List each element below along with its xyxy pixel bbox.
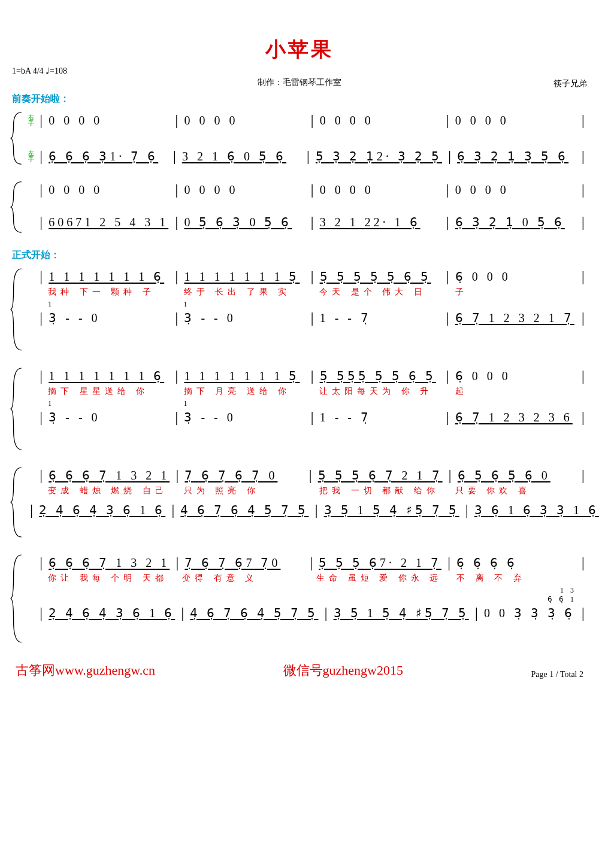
- composer: 筷子兄弟: [553, 78, 587, 89]
- left-hand-staff: | 2̣ 4̣ 6̣ 4̣ 3̣ 6̣ 1 6̣| 4̣ 6̣ 7̣ 6̣ 4̣…: [26, 604, 587, 622]
- lyric: 生命 虽短 爱 你永 远: [313, 573, 446, 584]
- bar: 4̣ 6̣ 7̣ 6̣ 4̣ 5̣ 7̣ 5̣: [177, 501, 312, 519]
- left-hand-staff: | 2̣ 4̣ 6̣ 4̣ 3̣ 6̣ 1 6̣| 4̣ 6̣ 7̣ 6̣ 4̣…: [26, 501, 587, 519]
- right-hand-staff: | 0 0 0 0| 0 0 0 0| 0 0 0 0| 0 0 0 0|: [26, 181, 587, 199]
- lyric: 我种 下一 颗种 子: [44, 287, 173, 298]
- bar: 6̣ 7̣ 1 2 3 2 3 6: [452, 408, 579, 426]
- bar: 3 2 1 22· 1 6̣: [316, 213, 444, 231]
- bar: 6̣ 6̣ 6̣ 3̣1· 7̣ 6̣: [45, 147, 171, 165]
- bar: 3̣ 6̣ 1 6̣ 3̣ 3̣ 1 6̣: [471, 501, 599, 519]
- bar: 7̣ 6̣ 7̣ 6̣ 7̣ 0: [181, 466, 306, 484]
- chord-note: 1: [180, 300, 309, 309]
- bar: 1 1 1 1 1 1 1 5̣: [180, 268, 308, 286]
- brace-icon: [10, 554, 23, 644]
- sheet-music-page: 小苹果 1=bA 4/4 ♩=108 制作：毛雷钢琴工作室 筷子兄弟 前奏开始啦…: [0, 0, 599, 691]
- bar: 1 - - 7̣: [316, 408, 444, 426]
- bar: 6̣ 7̣ 1 2 3 2 1 7̣: [452, 309, 579, 327]
- bar: 3̣ - - 0: [45, 309, 173, 327]
- bar: 6̣ 6̣ 6̣ 6̣: [453, 554, 579, 572]
- bar: 0 0 0 0: [180, 111, 308, 129]
- bar: 0 0 0 0: [45, 181, 173, 199]
- right-hand-label: 右手: [26, 114, 36, 126]
- lyric: 只要 你欢 喜: [452, 485, 580, 496]
- page-footer: 古筝网www.guzhengw.cn 微信号guzhengw2015 Page …: [12, 661, 587, 679]
- bar: 6̣ 3̣ 2̣ 1̣ 3̣ 5̣ 6̣: [453, 147, 579, 165]
- bar: 6̣ 5̣ 6̣ 5̣ 6̣ 0: [454, 466, 579, 484]
- site-credit: 古筝网www.guzhengw.cn: [16, 661, 155, 679]
- bar: 0 0 3̣ 3̣ 3̣ 6̣: [480, 604, 579, 622]
- chord-note: 1: [44, 300, 173, 309]
- bar: 3̣ - - 0: [180, 309, 308, 327]
- brace-icon: [10, 181, 23, 233]
- bar: 1 - - 7̣: [316, 309, 444, 327]
- bar: 5̣ 5̣ 5̣ 6̣7· 2 1 7̣: [315, 554, 445, 572]
- lyric-row: 我种 下一 颗种 子 终于 长出 了果 实 今天 是个 伟大 日 子: [26, 287, 587, 298]
- lyric: 不 离 不 弃: [453, 573, 580, 584]
- bar: 3̣ 5̣ 1 5̣ 4̣ ♯5̣ 7̣ 5̣: [320, 501, 463, 519]
- music-system: | 0 0 0 0| 0 0 0 0| 0 0 0 0| 0 0 0 0| | …: [12, 181, 587, 233]
- bar: 6̣ 3̣ 2̣ 1̣ 0 5̣ 6̣: [452, 213, 579, 231]
- music-system: | 1 1 1 1 1 1 1 6̣| 1 1 1 1 1 1 1 5̣| 5̣…: [12, 268, 587, 351]
- section-intro-label: 前奏开始啦：: [12, 93, 587, 105]
- section-verse-label: 正式开始：: [12, 249, 587, 262]
- song-title: 小苹果: [12, 36, 587, 63]
- music-system: | 1 1 1 1 1 1 1 6̣| 1 1 1 1 1 1 1 5̣| 5̣…: [12, 367, 587, 451]
- chord-note: 1: [44, 399, 173, 408]
- lyric: 今天 是个 伟大 日: [316, 287, 444, 298]
- bar: 0 0 0 0: [45, 111, 173, 129]
- bar: 60671 2 5 4 3 1: [45, 213, 173, 231]
- lyric: 你让 我每 个明 天都: [44, 573, 171, 584]
- bar: 5̣ 5̣ 5̣ 6̣ 7̣ 2 1 7̣: [314, 466, 446, 484]
- bar: 0 0 0 0: [452, 111, 579, 129]
- brace-icon: [10, 466, 23, 538]
- lyric: 只为 照亮 你: [180, 485, 309, 496]
- meta-row: 1=bA 4/4 ♩=108: [12, 66, 587, 76]
- lyric: 终于 长出 了果 实: [180, 287, 309, 298]
- bar: 3 2 1 6̣ 0 5̣ 6̣: [179, 147, 304, 165]
- bar: 1 1 1 1 1 1 1 6̣: [45, 268, 173, 286]
- bar: 2̣ 4̣ 6̣ 4̣ 3̣ 6̣ 1 6̣: [45, 604, 179, 622]
- chord-stack: 1 3 6̣ 6̣ 1: [452, 586, 580, 604]
- bar: 2̣ 4̣ 6̣ 4̣ 3̣ 6̣ 1 6̣: [35, 501, 169, 519]
- lyric: 摘下 月亮 送给 你: [180, 386, 309, 397]
- lyric: 子: [452, 287, 580, 298]
- left-hand-staff: | 3̣ - - 0| 3̣ - - 0| 1 - - 7̣| 6̣ 7̣ 1 …: [26, 408, 587, 426]
- bar: 6̣ 0 0 0: [452, 268, 579, 286]
- bar: 3̣ - - 0: [45, 408, 173, 426]
- left-hand-staff: | 3̣ - - 0| 3̣ - - 0| 1 - - 7̣| 6̣ 7̣ 1 …: [26, 309, 587, 327]
- lyric-row: 摘下 星星送给 你 摘下 月亮 送给 你 让太阳每天为 你 升 起: [26, 386, 587, 397]
- bar: 0 5̣ 6̣ 3̣ 0 5̣ 6̣: [180, 213, 308, 231]
- brace-icon: [10, 268, 23, 351]
- right-hand-staff: 右手 | 0 0 0 0| 0 0 0 0| 0 0 0 0| 0 0 0 0|: [26, 111, 587, 129]
- bar: 4̣ 6̣ 7̣ 6̣ 4̣ 5̣ 7̣ 5̣: [186, 604, 322, 622]
- lyric: 把我 一切 都献 给你: [316, 485, 444, 496]
- lyric-row: 你让 我每 个明 天都 变得 有意 义 生命 虽短 爱 你永 远 不 离 不 弃: [26, 573, 587, 584]
- page-number: Page 1 / Total 2: [531, 670, 583, 679]
- left-hand-label: 左手: [26, 150, 36, 162]
- brace-icon: [10, 111, 23, 165]
- bar: 5̣ 5̣5̣5̣ 5̣ 5̣ 6̣ 5̣: [316, 367, 444, 385]
- bar: 3̣ - - 0: [180, 408, 308, 426]
- bar: 5̣ 5̣ 5̣ 5̣ 5̣ 6̣ 5̣: [316, 268, 444, 286]
- right-hand-staff: | 1 1 1 1 1 1 1 6̣| 1 1 1 1 1 1 1 5̣| 5̣…: [26, 268, 587, 286]
- bar: 0 0 0 0: [452, 181, 579, 199]
- right-hand-staff: | 1 1 1 1 1 1 1 6̣| 1 1 1 1 1 1 1 5̣| 5̣…: [26, 367, 587, 385]
- bar: 0 0 0 0: [316, 111, 444, 129]
- lyric: 起: [452, 386, 580, 397]
- bar: 0 0 0 0: [316, 181, 444, 199]
- bar: 6̣ 0 0 0: [452, 367, 579, 385]
- bar: 6̣ 6̣ 6̣ 7̣ 1 3 2 1: [45, 466, 173, 484]
- lyric: 让太阳每天为 你 升: [316, 386, 444, 397]
- music-system: 右手 | 0 0 0 0| 0 0 0 0| 0 0 0 0| 0 0 0 0|…: [12, 111, 587, 165]
- bar: 6̣ 6̣ 6̣ 7̣ 1 3 2 1: [45, 554, 173, 572]
- bar: 0 0 0 0: [180, 181, 308, 199]
- right-hand-staff: | 6̣ 6̣ 6̣ 7̣ 1 3 2 1| 7̣ 6̣ 7̣ 6̣7 7̣0|…: [26, 554, 587, 572]
- music-system: | 6̣ 6̣ 6̣ 7̣ 1 3 2 1| 7̣ 6̣ 7̣ 6̣7 7̣0|…: [12, 554, 587, 644]
- bar: 7̣ 6̣ 7̣ 6̣7 7̣0: [181, 554, 307, 572]
- lyric: 变得 有意 义: [179, 573, 305, 584]
- bar: 5̣ 3̣ 2̣ 1̣2· 3̣ 2̣ 5̣: [312, 147, 446, 165]
- wechat-credit: 微信号guzhengw2015: [283, 661, 403, 679]
- right-hand-staff: | 6̣ 6̣ 6̣ 7̣ 1 3 2 1| 7̣ 6̣ 7̣ 6̣ 7̣ 0|…: [26, 466, 587, 484]
- bar: 1 1 1 1 1 1 1 6̣: [45, 367, 173, 385]
- left-hand-staff: | 60671 2 5 4 3 1| 0 5̣ 6̣ 3̣ 0 5̣ 6̣| 3…: [26, 213, 587, 231]
